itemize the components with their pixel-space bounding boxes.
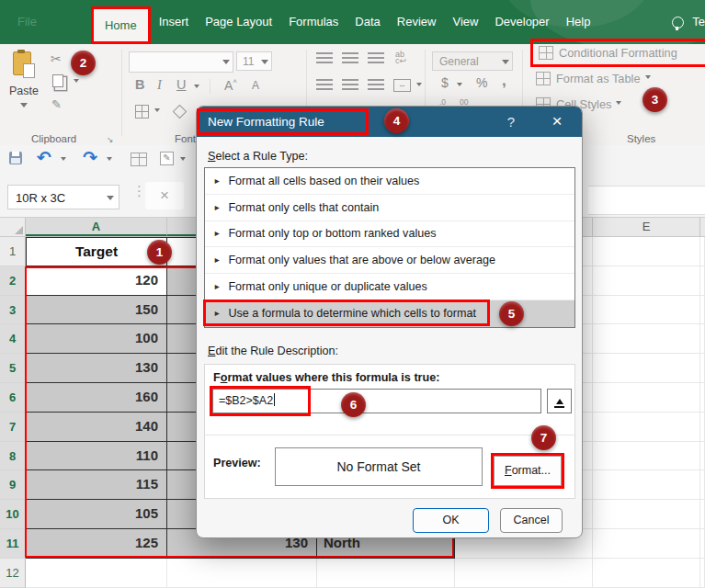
ok-button[interactable]: OK — [413, 508, 489, 533]
borders-icon[interactable] — [135, 105, 149, 119]
sheet-cell[interactable] — [700, 413, 705, 442]
rule-type-option[interactable]: ►Format only unique or duplicate values — [205, 274, 574, 300]
underline-button[interactable]: U — [176, 77, 186, 92]
target-value-cell[interactable]: 105 — [26, 500, 167, 529]
sheet-cell[interactable] — [593, 354, 700, 383]
borders-dropdown-icon[interactable] — [154, 108, 160, 115]
row-header[interactable]: 3 — [0, 296, 26, 325]
save-icon[interactable] — [9, 152, 22, 164]
table-tool-icon[interactable] — [131, 153, 147, 166]
shrink-font-button[interactable]: A — [252, 79, 259, 92]
sheet-cell[interactable] — [700, 266, 705, 296]
sheet-cell[interactable] — [593, 324, 700, 354]
sheet-cell[interactable] — [700, 237, 705, 266]
align-middle-icon[interactable] — [342, 52, 358, 64]
tab-formulas[interactable]: Formulas — [280, 0, 347, 44]
sheet-cell[interactable] — [593, 266, 700, 296]
wrap-text-icon[interactable]: abc↩ — [395, 51, 406, 64]
italic-button[interactable]: I — [157, 77, 162, 93]
sheet-cell[interactable] — [593, 470, 700, 500]
sheet-cell[interactable] — [593, 383, 700, 413]
sheet-cell[interactable] — [593, 500, 700, 529]
tab-developer[interactable]: Developer — [486, 0, 557, 44]
align-center-icon[interactable] — [342, 79, 358, 91]
font-size-select[interactable]: 11 — [236, 51, 272, 71]
sheet-cell[interactable] — [700, 559, 705, 588]
sheet-cell[interactable] — [700, 296, 705, 325]
sheet-cell[interactable] — [593, 413, 700, 442]
tab-view[interactable]: View — [444, 0, 486, 44]
redo-dropdown-icon[interactable] — [107, 157, 112, 164]
target-value-cell[interactable]: 100 — [26, 324, 167, 354]
sheet-cell[interactable] — [593, 559, 700, 588]
align-left-icon[interactable] — [316, 79, 333, 91]
tab-data[interactable]: Data — [347, 0, 388, 44]
format-as-table-button[interactable]: Format as Table — [530, 72, 651, 85]
target-value-cell[interactable]: 150 — [26, 296, 167, 325]
rule-type-option[interactable]: ►Format all cells based on their values — [205, 168, 574, 195]
sheet-cell[interactable] — [700, 383, 705, 413]
percent-button[interactable]: % — [476, 75, 487, 90]
sheet-cell[interactable] — [455, 559, 593, 588]
format-button[interactable]: Format... — [494, 456, 562, 486]
sheet-cell[interactable] — [700, 442, 705, 471]
row-header[interactable]: 6 — [0, 383, 26, 413]
dialog-help-button[interactable]: ? — [498, 107, 524, 137]
underline-dropdown-icon[interactable] — [194, 85, 199, 91]
redo-icon[interactable]: ↷ — [83, 147, 97, 168]
target-value-cell[interactable]: 125 — [26, 529, 167, 559]
paste-dropdown-icon[interactable] — [20, 103, 28, 111]
sheet-cell[interactable] — [700, 470, 705, 500]
sheet-cell[interactable] — [167, 559, 317, 588]
rule-type-option[interactable]: ►Format only cells that contain — [205, 195, 574, 221]
bold-button[interactable]: B — [135, 77, 144, 92]
row-header[interactable]: 5 — [0, 354, 26, 383]
select-all-corner[interactable] — [0, 218, 26, 236]
merge-dropdown-icon[interactable] — [416, 83, 422, 89]
tell-me[interactable]: Te — [672, 0, 705, 44]
sheet-cell[interactable] — [317, 559, 455, 588]
currency-dropdown-icon[interactable] — [457, 83, 462, 89]
sheet-cell[interactable] — [593, 237, 700, 266]
tab-review[interactable]: Review — [389, 0, 445, 44]
row-header[interactable]: 2 — [0, 266, 26, 296]
undo-dropdown-icon[interactable] — [61, 157, 66, 164]
tab-help[interactable]: Help — [558, 0, 599, 44]
formula-input[interactable]: =$B2>$A2 — [212, 389, 541, 413]
target-value-cell[interactable]: 115 — [26, 470, 167, 500]
comma-button[interactable]: , — [502, 72, 506, 90]
font-name-select[interactable] — [129, 51, 233, 73]
number-format-select[interactable]: General — [432, 51, 513, 71]
row-header[interactable]: 9 — [0, 470, 26, 500]
format-painter-icon[interactable]: ✎ — [51, 97, 62, 111]
row-header[interactable]: 4 — [0, 324, 26, 354]
rule-type-option[interactable]: ►Format only top or bottom ranked values — [205, 221, 574, 248]
dialog-close-icon[interactable]: × — [539, 107, 575, 137]
sheet-cell[interactable] — [700, 529, 705, 559]
fill-color-icon[interactable] — [173, 105, 188, 119]
column-header-f[interactable] — [700, 218, 705, 236]
target-value-cell[interactable]: 120 — [26, 266, 167, 296]
undo-icon[interactable]: ↶ — [37, 147, 51, 168]
copy-icon[interactable] — [52, 74, 63, 87]
grow-font-button[interactable]: A˄ — [224, 77, 237, 93]
tab-home[interactable]: Home — [91, 6, 151, 44]
sheet-cell[interactable] — [593, 442, 700, 471]
merge-center-icon[interactable]: ↔ — [393, 79, 411, 92]
rule-type-option[interactable]: ►Format only values that are above or be… — [205, 247, 574, 274]
row-header[interactable]: 10 — [0, 500, 26, 529]
copy-dropdown-icon[interactable] — [74, 79, 79, 85]
target-value-cell[interactable]: 160 — [26, 383, 167, 413]
name-box[interactable]: 10R x 3C — [7, 185, 119, 209]
column-header-e[interactable]: E — [593, 218, 700, 236]
target-value-cell[interactable]: 130 — [26, 354, 167, 383]
tab-file[interactable]: File — [9, 0, 45, 44]
target-value-cell[interactable]: 110 — [26, 442, 167, 471]
cancel-button[interactable]: Cancel — [500, 508, 563, 533]
form-tool-icon[interactable]: ✎ — [160, 152, 174, 165]
cut-icon[interactable]: ✂ — [51, 51, 62, 66]
currency-button[interactable]: $ — [441, 75, 449, 90]
row-header[interactable]: 7 — [0, 413, 26, 442]
align-top-icon[interactable] — [316, 52, 333, 64]
align-bottom-icon[interactable] — [368, 52, 384, 64]
